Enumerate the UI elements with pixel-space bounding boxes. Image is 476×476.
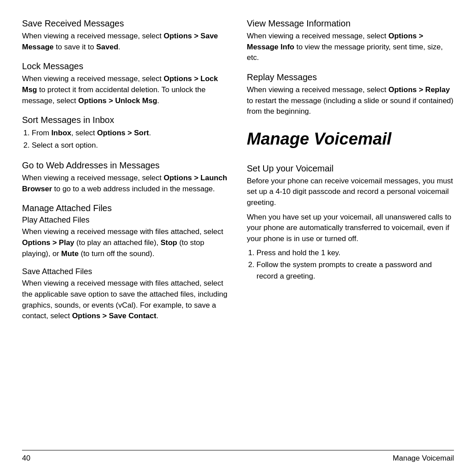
section-view-message-info: View Message Information When viewing a … bbox=[247, 18, 454, 63]
manage-attached-title: Manage Attached Files bbox=[22, 202, 229, 214]
sort-messages-title: Sort Messages in Inbox bbox=[22, 114, 229, 126]
web-addresses-body: When viewing a received message, select … bbox=[22, 173, 229, 194]
list-item: Follow the system prompts to create a pa… bbox=[257, 259, 454, 282]
section-sort-messages: Sort Messages in Inbox From Inbox, selec… bbox=[22, 114, 229, 152]
view-message-info-body: When viewing a received message, select … bbox=[247, 31, 454, 63]
section-web-addresses: Go to Web Addresses in Messages When vie… bbox=[22, 160, 229, 194]
list-item: Select a sort option. bbox=[32, 140, 229, 151]
save-received-body: When viewing a received message, select … bbox=[22, 31, 229, 52]
play-attached-body: When viewing a received message with fil… bbox=[22, 227, 229, 259]
section-play-attached: Play Attached Files When viewing a recei… bbox=[22, 216, 229, 259]
setup-voicemail-title: Set Up your Voicemail bbox=[247, 163, 454, 174]
section-save-received: Save Received Messages When viewing a re… bbox=[22, 18, 229, 52]
lock-messages-body: When viewing a received message, select … bbox=[22, 74, 229, 106]
web-addresses-title: Go to Web Addresses in Messages bbox=[22, 160, 229, 171]
save-attached-title: Save Attached Files bbox=[22, 267, 229, 276]
play-attached-title: Play Attached Files bbox=[22, 216, 229, 225]
section-setup-voicemail: Set Up your Voicemail Before your phone … bbox=[247, 163, 454, 283]
footer: 40 Manage Voicemail bbox=[22, 450, 454, 463]
setup-voicemail-list: Press and hold the 1 key. Follow the sys… bbox=[257, 247, 454, 282]
save-attached-body: When viewing a received message with fil… bbox=[22, 278, 229, 322]
section-save-attached: Save Attached Files When viewing a recei… bbox=[22, 267, 229, 322]
setup-voicemail-body2: When you have set up your voicemail, all… bbox=[247, 212, 454, 245]
content-area: Save Received Messages When viewing a re… bbox=[22, 18, 454, 446]
list-item: From Inbox, select Options > Sort. bbox=[32, 127, 229, 139]
left-column: Save Received Messages When viewing a re… bbox=[22, 18, 229, 446]
replay-messages-title: Replay Messages bbox=[247, 71, 454, 83]
list-item: Press and hold the 1 key. bbox=[257, 247, 454, 259]
right-column: View Message Information When viewing a … bbox=[247, 18, 454, 446]
sort-messages-list: From Inbox, select Options > Sort. Selec… bbox=[32, 127, 229, 151]
footer-section-label: Manage Voicemail bbox=[393, 454, 454, 463]
section-replay-messages: Replay Messages When viewing a received … bbox=[247, 71, 454, 117]
save-received-title: Save Received Messages bbox=[22, 18, 229, 29]
page: Save Received Messages When viewing a re… bbox=[0, 0, 476, 476]
replay-messages-body: When viewing a received message, select … bbox=[247, 85, 454, 117]
chapter-manage-voicemail: Manage Voicemail bbox=[247, 125, 454, 156]
section-lock-messages: Lock Messages When viewing a received me… bbox=[22, 60, 229, 106]
section-manage-attached: Manage Attached Files Play Attached File… bbox=[22, 202, 229, 329]
chapter-title: Manage Voicemail bbox=[247, 130, 454, 149]
lock-messages-title: Lock Messages bbox=[22, 60, 229, 72]
view-message-info-title: View Message Information bbox=[247, 18, 454, 29]
page-number: 40 bbox=[22, 454, 30, 463]
setup-voicemail-body1: Before your phone can receive voicemail … bbox=[247, 176, 454, 208]
